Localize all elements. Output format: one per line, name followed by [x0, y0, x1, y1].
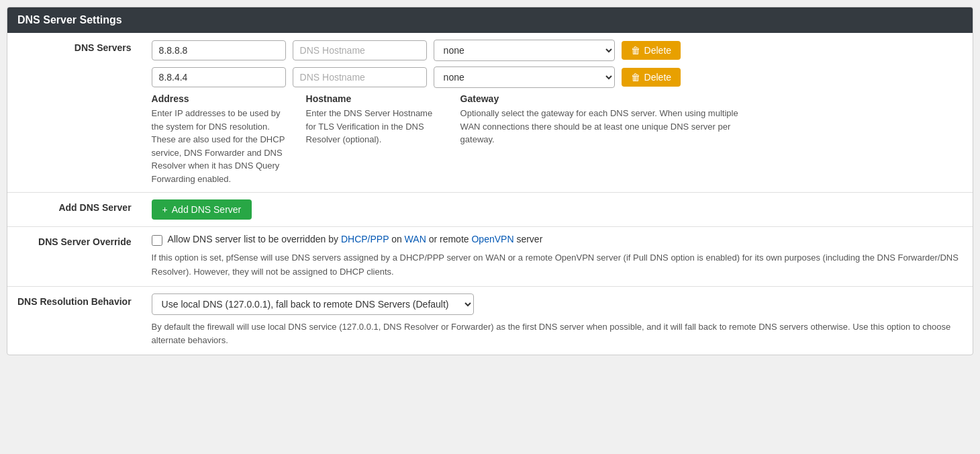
add-dns-server-row: Add DNS Server + Add DNS Server [7, 193, 973, 227]
dns-servers-content: none 🗑 Delete none [142, 33, 973, 193]
dns-resolution-row: DNS Resolution Behavior Use local DNS (1… [7, 286, 973, 355]
address-helper-desc: Enter IP addresses to be used by the sys… [152, 107, 286, 185]
add-dns-button[interactable]: + Add DNS Server [152, 199, 252, 220]
dns-override-checkbox[interactable] [152, 235, 162, 246]
override-dhcp-highlight: DHCP/PPP [341, 234, 389, 244]
gateway-helper-title: Gateway [460, 93, 749, 104]
dns-address-input-1[interactable] [152, 40, 286, 60]
dns-override-row: DNS Server Override Allow DNS server lis… [7, 227, 973, 287]
dns-address-input-2[interactable] [152, 67, 286, 87]
hostname-helper-desc: Enter the DNS Server Hostname for TLS Ve… [306, 107, 440, 146]
plus-icon: + [162, 204, 168, 215]
override-checkbox-row: Allow DNS server list to be overridden b… [152, 234, 963, 246]
dns-resolution-select[interactable]: Use local DNS (127.0.0.1), fall back to … [152, 293, 474, 315]
dns-hostname-input-1[interactable] [293, 40, 427, 60]
hostname-helper-title: Hostname [306, 93, 440, 104]
dns-delete-button-1[interactable]: 🗑 Delete [622, 41, 681, 60]
panel-title: DNS Server Settings [7, 7, 973, 33]
override-checkbox-label: Allow DNS server list to be overridden b… [168, 234, 543, 244]
settings-table: DNS Servers none 🗑 Delete [7, 33, 973, 355]
trash-icon-2: 🗑 [631, 72, 640, 83]
address-helper-title: Address [152, 93, 286, 104]
override-openvpn-highlight: OpenVPN [471, 234, 513, 244]
dns-servers-label: DNS Servers [7, 33, 142, 193]
dns-gateway-select-2[interactable]: none [434, 66, 615, 88]
override-wan-highlight: WAN [405, 234, 426, 244]
hostname-helper: Hostname Enter the DNS Server Hostname f… [306, 93, 440, 185]
dns-servers-row: DNS Servers none 🗑 Delete [7, 33, 973, 193]
address-helper: Address Enter IP addresses to be used by… [152, 93, 286, 185]
dns-delete-button-2[interactable]: 🗑 Delete [622, 68, 681, 87]
trash-icon-1: 🗑 [631, 45, 640, 56]
dns-server-settings-panel: DNS Server Settings DNS Servers none 🗑 [7, 7, 973, 355]
dns-hostname-input-2[interactable] [293, 67, 427, 87]
dns-gateway-select-1[interactable]: none [434, 40, 615, 61]
dns-override-content: Allow DNS server list to be overridden b… [142, 227, 973, 287]
dns-resolution-label: DNS Resolution Behavior [7, 286, 142, 355]
dns-helpers: Address Enter IP addresses to be used by… [152, 93, 963, 185]
override-description: If this option is set, pfSense will use … [152, 251, 963, 279]
add-dns-label: Add DNS Server [7, 193, 142, 227]
dns-server-row-1: none 🗑 Delete [152, 40, 963, 61]
add-dns-content: + Add DNS Server [142, 193, 973, 227]
dns-resolution-desc: By default the firewall will use local D… [152, 320, 963, 349]
dns-server-row-2: none 🗑 Delete [152, 66, 963, 88]
gateway-helper-desc: Optionally select the gateway for each D… [460, 107, 749, 146]
dns-override-label: DNS Server Override [7, 227, 142, 287]
gateway-helper: Gateway Optionally select the gateway fo… [460, 93, 749, 185]
dns-resolution-content: Use local DNS (127.0.0.1), fall back to … [142, 286, 973, 355]
add-dns-button-label: Add DNS Server [172, 204, 241, 215]
